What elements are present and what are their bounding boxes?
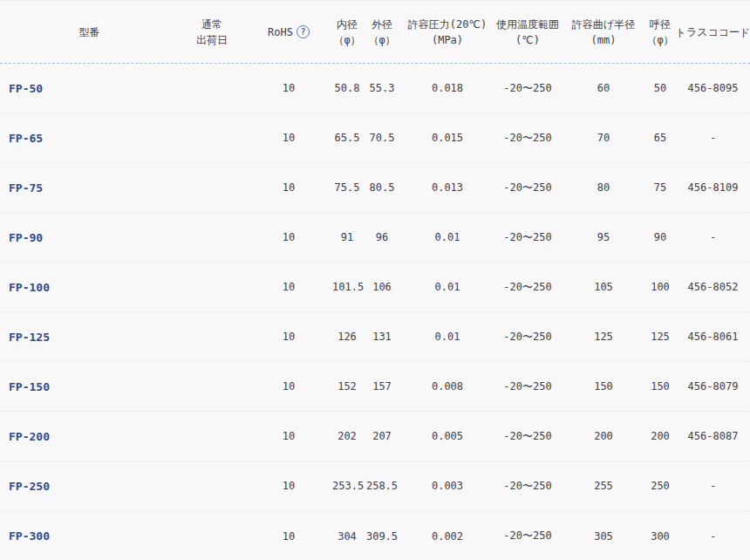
cell-nominal: 250 — [644, 480, 676, 492]
cell-temp: -20〜250 — [493, 131, 562, 146]
cell-pressure: 0.01 — [402, 231, 493, 243]
cell-rohs: 10 — [245, 132, 332, 144]
cell-bend: 255 — [562, 480, 644, 492]
model-link[interactable]: FP-300 — [0, 529, 179, 543]
product-spec-table: 型番 通常 出荷日 RoHS ? 内径 （φ） 外径 （φ） 許容圧力(20℃)… — [0, 0, 750, 560]
column-header-label: 許容圧力(20℃) — [408, 17, 487, 32]
cell-pressure: 0.01 — [402, 281, 493, 293]
cell-trusco: 456-8087 — [676, 430, 750, 442]
table-row: FP-751075.580.50.013-20〜2508075456-8109 — [0, 163, 750, 213]
cell-outer: 309.5 — [362, 530, 402, 543]
table-row: FP-200102022070.005-20〜250200200456-8087 — [0, 412, 750, 461]
cell-rohs: 10 — [245, 82, 332, 94]
cell-trusco: 456-8109 — [676, 181, 750, 194]
column-header-label: 内径 — [337, 17, 358, 32]
table-row: FP-10010101.51060.01-20〜250105100456-805… — [0, 263, 750, 312]
cell-outer: 157 — [362, 380, 402, 393]
cell-outer: 96 — [362, 231, 402, 243]
cell-inner: 202 — [332, 430, 362, 442]
cell-pressure: 0.015 — [402, 132, 493, 144]
model-link[interactable]: FP-200 — [0, 430, 179, 443]
cell-bend: 150 — [562, 380, 644, 393]
cell-outer: 70.5 — [362, 132, 402, 144]
cell-nominal: 125 — [644, 331, 676, 343]
cell-trusco: - — [676, 530, 750, 543]
column-header-ship-date: 通常 出荷日 — [179, 1, 245, 63]
cell-pressure: 0.008 — [402, 380, 493, 393]
cell-rohs: 10 — [245, 480, 332, 492]
column-header-label: RoHS — [268, 24, 293, 40]
cell-trusco: - — [676, 132, 750, 144]
model-link[interactable]: FP-50 — [0, 82, 179, 95]
column-header-label: トラスココード — [676, 24, 750, 40]
model-link[interactable]: FP-250 — [0, 480, 179, 493]
table-row: FP-25010253.5258.50.003-20〜250255250- — [0, 461, 750, 511]
cell-pressure: 0.003 — [402, 480, 493, 492]
table-row: FP-125101261310.01-20〜250125125456-8061 — [0, 312, 750, 362]
table-body: FP-501050.855.30.018-20〜2506050456-8095F… — [0, 64, 750, 560]
cell-pressure: 0.01 — [402, 331, 493, 343]
model-link[interactable]: FP-100 — [0, 281, 179, 294]
table-row: FP-651065.570.50.015-20〜2507065- — [0, 113, 750, 163]
cell-nominal: 65 — [644, 132, 676, 144]
cell-trusco: 456-8095 — [676, 82, 750, 94]
rohs-help-icon[interactable]: ? — [297, 25, 310, 38]
cell-inner: 126 — [332, 331, 362, 343]
cell-inner: 152 — [332, 380, 362, 393]
cell-pressure: 0.018 — [402, 82, 493, 94]
cell-rohs: 10 — [245, 331, 332, 343]
column-header-inner-diameter: 内径 （φ） — [332, 1, 362, 63]
cell-temp: -20〜250 — [493, 330, 562, 345]
cell-outer: 55.3 — [362, 82, 402, 94]
cell-outer: 80.5 — [362, 181, 402, 194]
cell-outer: 131 — [362, 331, 402, 343]
cell-nominal: 300 — [644, 530, 676, 543]
cell-pressure: 0.005 — [402, 430, 493, 442]
cell-temp: -20〜250 — [493, 429, 562, 444]
cell-inner: 65.5 — [332, 132, 362, 144]
column-header-label: 型番 — [79, 24, 100, 40]
cell-rohs: 10 — [245, 530, 332, 543]
cell-inner: 253.5 — [332, 480, 362, 492]
cell-outer: 258.5 — [362, 480, 402, 492]
cell-temp: -20〜250 — [493, 379, 562, 394]
cell-pressure: 0.002 — [402, 530, 493, 543]
cell-rohs: 10 — [245, 181, 332, 194]
column-header-label: 許容曲げ半径 — [572, 17, 635, 32]
cell-trusco: 456-8079 — [676, 380, 750, 393]
column-header-bend-radius: 許容曲げ半径 (mm) — [562, 1, 644, 63]
cell-trusco: 456-8061 — [676, 331, 750, 343]
table-row: FP-30010304309.50.002-20〜250305300- — [0, 511, 750, 560]
column-header-label: 使用温度範囲 — [496, 17, 559, 32]
model-link[interactable]: FP-125 — [0, 331, 179, 344]
cell-trusco: 456-8052 — [676, 281, 750, 293]
model-link[interactable]: FP-75 — [0, 181, 179, 195]
column-header-label: 呼径 — [650, 17, 671, 32]
model-link[interactable]: FP-150 — [0, 380, 179, 393]
cell-nominal: 200 — [644, 430, 676, 442]
column-header-temperature-range: 使用温度範囲 (℃) — [493, 1, 562, 63]
cell-rohs: 10 — [245, 380, 332, 393]
cell-inner: 50.8 — [332, 82, 362, 94]
cell-bend: 80 — [562, 181, 644, 194]
model-link[interactable]: FP-90 — [0, 231, 179, 244]
table-row: FP-501050.855.30.018-20〜2506050456-8095 — [0, 64, 750, 113]
column-header-allowable-pressure: 許容圧力(20℃) (MPa) — [402, 1, 493, 63]
column-header-model: 型番 — [0, 1, 179, 63]
cell-bend: 95 — [562, 231, 644, 243]
cell-inner: 304 — [332, 530, 362, 543]
cell-outer: 207 — [362, 430, 402, 442]
cell-pressure: 0.013 — [402, 181, 493, 194]
cell-rohs: 10 — [245, 430, 332, 442]
cell-bend: 60 — [562, 82, 644, 94]
column-header-outer-diameter: 外径 （φ） — [362, 1, 402, 63]
cell-temp: -20〜250 — [493, 181, 562, 195]
cell-temp: -20〜250 — [493, 529, 562, 543]
cell-temp: -20〜250 — [493, 280, 562, 295]
cell-nominal: 75 — [644, 181, 676, 194]
column-header-nominal-diameter: 呼径 （φ） — [644, 1, 676, 63]
model-link[interactable]: FP-65 — [0, 132, 179, 145]
cell-bend: 125 — [562, 331, 644, 343]
cell-outer: 106 — [362, 281, 402, 293]
cell-bend: 200 — [562, 430, 644, 442]
